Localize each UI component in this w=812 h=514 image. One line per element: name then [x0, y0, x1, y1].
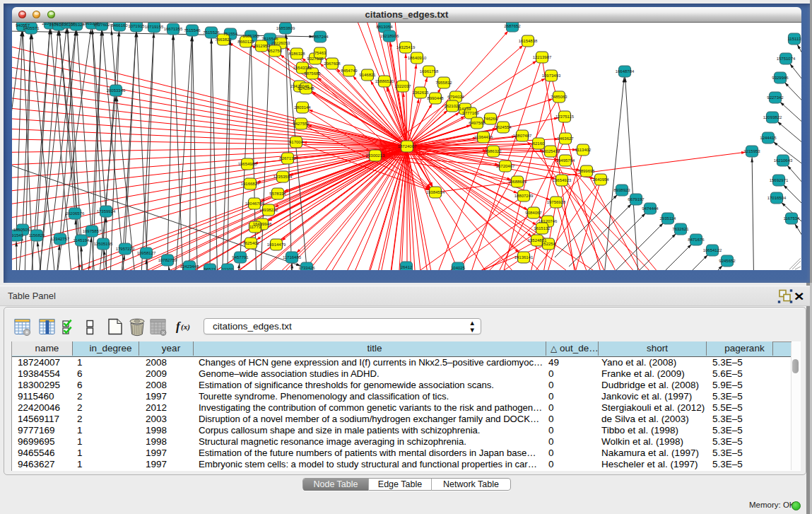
svg-text:15692971: 15692971 — [770, 178, 789, 182]
svg-text:1145194: 1145194 — [73, 238, 90, 243]
svg-text:12375115: 12375115 — [555, 115, 575, 119]
svg-text:8466160: 8466160 — [111, 23, 128, 28]
svg-text:9777169: 9777169 — [462, 111, 479, 115]
svg-text:15751074: 15751074 — [777, 57, 796, 61]
svg-text:10046786: 10046786 — [245, 201, 264, 206]
svg-text:9427552: 9427552 — [293, 122, 310, 126]
svg-text:115113: 115113 — [787, 37, 801, 41]
svg-text:1527602: 1527602 — [93, 23, 110, 27]
svg-text:746266: 746266 — [483, 117, 498, 121]
svg-text:1322037: 1322037 — [394, 84, 411, 88]
svg-text:6794024: 6794024 — [447, 95, 464, 99]
svg-text:2687652: 2687652 — [504, 24, 521, 28]
svg-text:10973493: 10973493 — [542, 74, 561, 78]
svg-text:17016504: 17016504 — [767, 196, 787, 200]
svg-text:96521: 96521 — [204, 267, 216, 270]
svg-text:10975857: 10975857 — [83, 229, 102, 233]
svg-text:17957223: 17957223 — [116, 247, 135, 251]
svg-text:2967608: 2967608 — [324, 62, 341, 66]
svg-text:13654923: 13654923 — [553, 178, 572, 182]
svg-text:16853809: 16853809 — [276, 26, 295, 30]
svg-text:19218906: 19218906 — [380, 34, 399, 38]
svg-text:11773: 11773 — [249, 225, 261, 229]
svg-text:1362615: 1362615 — [412, 90, 429, 95]
svg-text:9227342: 9227342 — [767, 95, 784, 100]
svg-text:19654988: 19654988 — [238, 162, 257, 166]
svg-text:19166827: 19166827 — [241, 182, 260, 186]
svg-text:1733426: 1733426 — [298, 266, 315, 270]
svg-text:14136141: 14136141 — [514, 255, 534, 259]
svg-text:9113402: 9113402 — [575, 148, 592, 152]
svg-text:10654122: 10654122 — [703, 248, 722, 252]
svg-text:16961758: 16961758 — [420, 69, 439, 74]
svg-text:16120746: 16120746 — [539, 219, 558, 223]
svg-text:8267130: 8267130 — [279, 156, 296, 160]
svg-text:7625402: 7625402 — [242, 241, 259, 245]
svg-text:20053346: 20053346 — [107, 88, 126, 93]
svg-text:12505195: 12505195 — [94, 242, 113, 246]
svg-text:14325419: 14325419 — [396, 45, 416, 49]
svg-text:16648784: 16648784 — [616, 69, 635, 74]
svg-text:75463: 75463 — [314, 51, 326, 55]
svg-text:10688609: 10688609 — [508, 180, 527, 184]
svg-text:62160: 62160 — [533, 141, 545, 146]
svg-text:1640954: 1640954 — [592, 177, 609, 182]
svg-text:1615132: 1615132 — [534, 226, 551, 230]
svg-text:8186328: 8186328 — [288, 52, 305, 56]
svg-text:23300213: 23300213 — [366, 153, 385, 158]
svg-text:104025: 104025 — [451, 266, 466, 270]
svg-text:17359924: 17359924 — [97, 209, 116, 214]
svg-text:16210643: 16210643 — [774, 158, 793, 163]
svg-text:3624554: 3624554 — [495, 125, 512, 129]
svg-text:8990448: 8990448 — [427, 96, 444, 100]
svg-text:14938222: 14938222 — [259, 208, 278, 212]
svg-text:1685380: 1685380 — [242, 34, 259, 38]
svg-text:9327505: 9327505 — [307, 57, 324, 61]
svg-text:6497568: 6497568 — [469, 121, 486, 125]
svg-text:11716485: 11716485 — [283, 255, 302, 259]
svg-text:11102: 11102 — [222, 267, 233, 270]
svg-text:7857244: 7857244 — [312, 35, 329, 39]
svg-text:7485063: 7485063 — [551, 95, 567, 99]
svg-text:18807249: 18807249 — [514, 194, 534, 198]
svg-text:1071915: 1071915 — [128, 24, 145, 28]
svg-text:7955812: 7955812 — [435, 81, 452, 85]
svg-text:6899695: 6899695 — [578, 169, 595, 173]
svg-text:8660123: 8660123 — [237, 40, 254, 44]
svg-text:9457791: 9457791 — [232, 255, 249, 259]
svg-text:5875685: 5875685 — [304, 71, 321, 76]
svg-text:12342757: 12342757 — [51, 237, 70, 241]
svg-text:9474444: 9474444 — [642, 206, 659, 211]
svg-text:18724007: 18724007 — [398, 144, 417, 148]
svg-text:19495794: 19495794 — [556, 158, 575, 163]
svg-text:1167534: 1167534 — [784, 216, 801, 221]
svg-text:1156829: 1156829 — [29, 233, 46, 238]
svg-text:9242848: 9242848 — [298, 86, 314, 90]
svg-text:12423448: 12423448 — [180, 264, 199, 269]
svg-text:9146821: 9146821 — [359, 73, 376, 77]
svg-text:19756928: 19756928 — [547, 200, 566, 204]
svg-text:417004: 417004 — [289, 140, 304, 144]
svg-text:8938923: 8938923 — [613, 188, 630, 192]
svg-text:3215953: 3215953 — [743, 149, 760, 153]
svg-text:20206576: 20206576 — [66, 211, 85, 216]
svg-text:7632621: 7632621 — [672, 227, 689, 231]
svg-text:21364436: 21364436 — [474, 135, 493, 139]
svg-text:15886520: 15886520 — [375, 79, 394, 83]
svg-text:7986322: 7986322 — [485, 149, 502, 153]
svg-text:23226053: 23226053 — [271, 41, 290, 45]
svg-text:18640910: 18640910 — [408, 56, 427, 60]
svg-text:952750: 952750 — [268, 49, 283, 53]
svg-text:9463627: 9463627 — [557, 136, 574, 141]
svg-text:9329946: 9329946 — [772, 76, 789, 80]
svg-text:12213987: 12213987 — [533, 55, 552, 59]
svg-text:7663822: 7663822 — [215, 37, 232, 42]
svg-text:3912954: 3912954 — [253, 44, 270, 48]
svg-text:(x): (x) — [181, 322, 190, 332]
svg-text:252254: 252254 — [541, 242, 556, 246]
svg-text:18505051: 18505051 — [13, 228, 33, 232]
svg-text:1244415: 1244415 — [760, 136, 777, 140]
svg-text:7515526: 7515526 — [203, 30, 220, 35]
svg-text:12093822: 12093822 — [763, 115, 782, 119]
svg-text:10958127: 10958127 — [137, 251, 156, 255]
